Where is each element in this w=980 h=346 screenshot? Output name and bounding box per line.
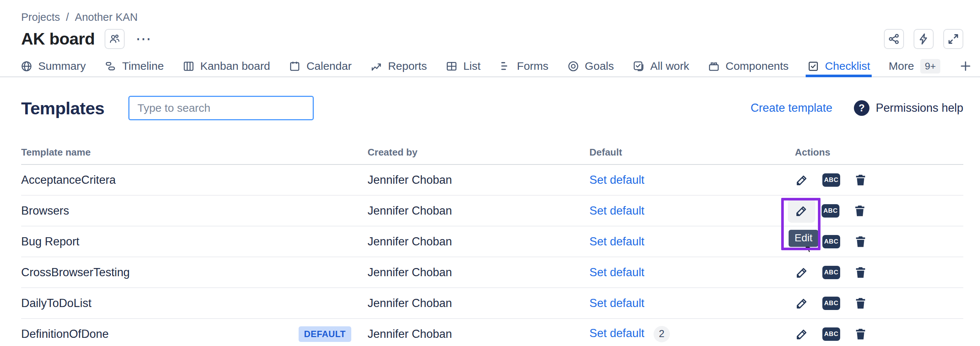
trash-icon	[854, 296, 868, 310]
more-actions-button[interactable]: ⋯	[136, 35, 152, 43]
tab-summary[interactable]: Summary	[21, 56, 86, 77]
edit-template-button[interactable]	[795, 173, 809, 187]
timeline-icon	[104, 60, 116, 72]
add-tab-button[interactable]	[959, 56, 972, 77]
pencil-icon	[795, 327, 809, 341]
template-name: Browsers	[21, 204, 69, 218]
table-header-row: Template name Created by Default Actions	[21, 140, 963, 165]
fullscreen-button[interactable]	[943, 29, 963, 49]
tab-more[interactable]: More 9+	[889, 56, 940, 77]
edit-template-button[interactable]	[795, 296, 809, 310]
col-header-actions: Actions	[795, 147, 963, 158]
question-icon: ?	[854, 100, 869, 116]
templates-heading: Templates	[21, 98, 105, 118]
page-header: Projects / Another KAN AK board ⋯	[0, 0, 980, 50]
tab-goals[interactable]: Goals	[567, 56, 614, 77]
delete-template-button[interactable]	[853, 204, 867, 218]
breadcrumb-separator: /	[66, 11, 69, 23]
edit-template-button-hovered[interactable]	[788, 199, 815, 223]
breadcrumb: Projects / Another KAN	[21, 10, 963, 24]
tab-reports[interactable]: Reports	[370, 56, 427, 77]
breadcrumb-projects[interactable]: Projects	[21, 11, 60, 23]
set-default-link[interactable]: Set default	[589, 297, 644, 310]
plus-icon	[959, 59, 972, 73]
set-default-link[interactable]: Set default	[589, 266, 644, 279]
pencil-icon	[795, 265, 809, 279]
people-icon	[109, 33, 121, 45]
list-icon	[445, 60, 458, 72]
tab-calendar[interactable]: Calendar	[289, 56, 352, 77]
pencil-icon	[795, 173, 809, 187]
trash-icon	[853, 204, 867, 218]
created-by: Jennifer Choban	[368, 204, 589, 218]
delete-template-button[interactable]	[854, 173, 868, 187]
create-template-button[interactable]: Create template	[750, 101, 832, 115]
rename-template-button[interactable]: ABC	[822, 173, 840, 187]
table-row: CrossBrowserTesting Jennifer Choban Set …	[21, 257, 963, 288]
template-name: DefinitionOfDone	[21, 327, 109, 341]
trash-icon	[854, 173, 868, 187]
lightning-icon	[917, 33, 930, 45]
components-icon	[708, 60, 720, 72]
edit-tooltip: Edit	[789, 230, 818, 247]
share-button[interactable]	[884, 29, 904, 49]
tab-forms[interactable]: Forms	[499, 56, 549, 77]
set-default-link[interactable]: Set default	[589, 204, 644, 218]
pencil-icon	[794, 204, 809, 218]
tab-kanban-board[interactable]: Kanban board	[183, 56, 270, 77]
tab-list[interactable]: List	[445, 56, 481, 77]
rename-template-button[interactable]: ABC	[822, 235, 840, 248]
template-search-input[interactable]	[128, 96, 314, 120]
created-by: Jennifer Choban	[368, 266, 589, 279]
calendar-icon	[289, 60, 301, 72]
trash-icon	[854, 265, 868, 279]
breadcrumb-current-project[interactable]: Another KAN	[75, 11, 138, 23]
table-row: Browsers Jennifer Choban Set default ABC…	[21, 196, 963, 226]
created-by: Jennifer Choban	[368, 327, 589, 341]
tab-timeline[interactable]: Timeline	[104, 56, 164, 77]
rename-template-button[interactable]: ABC	[822, 297, 840, 310]
rename-template-button[interactable]: ABC	[822, 204, 839, 218]
templates-table: Template name Created by Default Actions…	[21, 140, 963, 346]
template-name: CrossBrowserTesting	[21, 266, 130, 279]
delete-template-button[interactable]	[854, 296, 868, 310]
forms-icon	[499, 60, 512, 72]
automation-button[interactable]	[913, 29, 934, 49]
col-header-default: Default	[589, 147, 795, 158]
tab-components[interactable]: Components	[708, 56, 789, 77]
table-row: Bug Report Jennifer Choban Set default A…	[21, 226, 963, 257]
globe-icon	[21, 60, 33, 72]
page-title: AK board	[21, 29, 95, 49]
expand-icon	[947, 33, 959, 45]
edit-template-button[interactable]	[795, 265, 809, 279]
share-icon	[888, 33, 900, 45]
delete-template-button[interactable]	[854, 265, 868, 279]
set-default-link[interactable]: Set default	[589, 173, 644, 187]
kanban-icon	[183, 60, 195, 72]
set-default-link[interactable]: Set default	[589, 235, 644, 248]
jira-checklist-templates-page: Projects / Another KAN AK board ⋯	[0, 0, 980, 346]
rename-template-button[interactable]: ABC	[822, 327, 840, 341]
delete-template-button[interactable]	[854, 327, 868, 341]
col-header-created-by: Created by	[368, 147, 589, 158]
reports-icon	[370, 60, 382, 72]
tab-checklist[interactable]: Checklist	[807, 56, 870, 77]
board-tab-bar: Summary Timeline Kanban board Calendar R…	[0, 56, 980, 77]
pencil-icon	[795, 296, 809, 310]
table-row: AcceptanceCritera Jennifer Choban Set de…	[21, 165, 963, 196]
delete-template-button[interactable]	[854, 234, 868, 249]
default-count-badge: 2	[654, 326, 670, 342]
permissions-help-button[interactable]: ? Permissions help	[854, 100, 963, 116]
created-by: Jennifer Choban	[368, 173, 589, 187]
edit-template-button[interactable]	[795, 327, 809, 341]
goals-icon	[567, 60, 579, 72]
created-by: Jennifer Choban	[368, 297, 589, 310]
template-name: DailyToDoList	[21, 297, 92, 310]
created-by: Jennifer Choban	[368, 235, 589, 248]
col-header-template-name: Template name	[21, 147, 368, 158]
all-work-icon	[632, 60, 645, 72]
rename-template-button[interactable]: ABC	[822, 266, 840, 279]
tab-all-work[interactable]: All work	[632, 56, 689, 77]
set-default-link[interactable]: Set default	[589, 327, 644, 340]
board-members-button[interactable]	[105, 29, 125, 49]
